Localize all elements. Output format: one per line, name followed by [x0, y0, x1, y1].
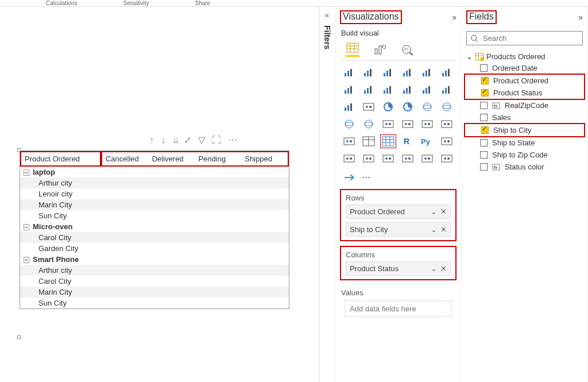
field-well[interactable]: Product Ordered ⌄ ✕ [346, 204, 451, 219]
viz-table-icon[interactable] [361, 134, 377, 148]
viz-area-icon[interactable] [361, 83, 377, 97]
viz-r-icon[interactable]: R [400, 134, 416, 148]
viz-stacked-col-icon[interactable] [380, 65, 396, 79]
field-item[interactable]: Ship to State [464, 137, 585, 149]
viz-filled-map-icon[interactable] [341, 117, 357, 131]
checkbox[interactable] [480, 139, 488, 146]
checkbox[interactable] [481, 77, 489, 84]
collapse-icon[interactable]: − [24, 169, 29, 176]
collapse-icon[interactable]: − [24, 224, 29, 230]
viz-clustered-bar-icon[interactable] [361, 65, 377, 79]
matrix-visual[interactable]: Product OrderedCancelledDeliveredPending… [20, 151, 289, 309]
viz-gauge-icon[interactable] [380, 117, 396, 131]
more-icon[interactable]: ··· [362, 171, 370, 183]
drill-up-icon[interactable]: ↑ [149, 135, 154, 145]
group-row[interactable]: −laptop [20, 167, 289, 178]
viz-matrix-icon[interactable] [380, 134, 396, 148]
drill-down-icon[interactable]: ↓ [161, 135, 165, 145]
build-tab-icon[interactable] [346, 42, 359, 57]
col-header[interactable]: Delivered [149, 152, 195, 165]
chevron-down-icon[interactable]: ⌄ [431, 225, 437, 234]
filter-icon[interactable]: ▽ [198, 134, 205, 145]
field-item[interactable]: Sales [464, 111, 585, 124]
group-row[interactable]: −Smart Phone [20, 254, 289, 265]
group-row[interactable]: −Micro-oven [20, 221, 289, 232]
viz-azure-map-icon[interactable] [361, 117, 377, 131]
search-input[interactable] [482, 33, 581, 43]
checkbox[interactable] [480, 163, 488, 171]
checkbox[interactable] [480, 64, 488, 72]
field-well[interactable]: Product Status ⌄ ✕ [346, 261, 451, 276]
viz-line-icon[interactable] [341, 83, 357, 97]
viz-card-icon[interactable] [400, 117, 416, 131]
viz-clustered-col-line-icon[interactable] [439, 65, 455, 79]
viz-stacked-area-icon[interactable] [380, 83, 396, 97]
viz-slicer-icon[interactable] [341, 134, 357, 148]
row-header[interactable]: Product Ordered [20, 151, 101, 167]
child-row[interactable]: Arthur city [20, 178, 289, 188]
expand-down-icon[interactable]: ↓↓ [172, 135, 177, 145]
viz-paginated-icon[interactable] [400, 152, 416, 165]
collapse-icon[interactable]: − [24, 257, 29, 263]
viz-waterfall-icon[interactable] [439, 83, 455, 97]
report-canvas[interactable]: ↑ ↓ ↓↓ ⤢ ▽ ⛶ ⋯ Product OrderedCancelledD… [0, 7, 319, 382]
filters-pane-collapsed[interactable]: « Filters [319, 7, 335, 382]
fields-search[interactable] [466, 31, 583, 45]
analytics-tab-icon[interactable] [401, 43, 415, 56]
get-more-visuals-icon[interactable] [343, 172, 356, 183]
focus-icon[interactable]: ⛶ [212, 135, 221, 145]
more-icon[interactable]: ⋯ [228, 134, 237, 145]
viz-pie-icon[interactable] [380, 100, 396, 114]
col-header[interactable]: Shipped [241, 152, 288, 165]
checkbox[interactable] [481, 89, 489, 97]
field-item[interactable]: Product Status [465, 87, 584, 99]
resize-handle[interactable] [17, 335, 21, 339]
child-row[interactable]: Garden City [20, 243, 289, 254]
field-well[interactable]: Ship to City ⌄ ✕ [346, 222, 451, 237]
viz-key-influencer-icon[interactable] [439, 134, 455, 148]
viz-qa-icon[interactable] [361, 152, 377, 165]
collapse-icon[interactable]: « [325, 10, 330, 20]
field-item[interactable]: Product Ordered [465, 75, 584, 87]
viz-stacked-bar-100-icon[interactable] [419, 65, 435, 79]
viz-scatter-icon[interactable] [361, 100, 377, 114]
field-item[interactable]: Ordered Date [464, 62, 585, 74]
viz-line-col-icon[interactable] [400, 83, 416, 97]
viz-narrative-icon[interactable] [380, 152, 396, 165]
col-header[interactable]: Pending [195, 152, 241, 165]
remove-icon[interactable]: ✕ [440, 207, 447, 216]
viz-stacked-bar-icon[interactable] [341, 65, 357, 79]
child-row[interactable]: Marin City [20, 287, 289, 298]
child-row[interactable]: Lenoir city [20, 188, 289, 199]
viz-py-icon[interactable]: Py [419, 134, 435, 148]
child-row[interactable]: Arthur city [20, 265, 289, 276]
chevron-down-icon[interactable]: ⌄ [431, 207, 437, 216]
viz-clustered-col-icon[interactable] [400, 65, 416, 79]
child-row[interactable]: Sun City [20, 298, 289, 308]
expand-all-icon[interactable]: ⤢ [184, 134, 191, 145]
remove-icon[interactable]: ✕ [440, 225, 447, 234]
field-item[interactable]: fx Status color [464, 161, 585, 173]
chevron-down-icon[interactable]: ⌄ [431, 264, 437, 273]
col-header[interactable]: Cancelled [102, 152, 149, 165]
viz-funnel-icon[interactable] [341, 100, 357, 114]
checkbox[interactable] [481, 126, 489, 134]
checkbox[interactable] [480, 114, 488, 121]
viz-power-apps-icon[interactable] [419, 152, 435, 165]
viz-treemap-icon[interactable] [419, 100, 435, 114]
resize-handle[interactable] [17, 148, 21, 152]
viz-power-automate-icon[interactable] [439, 152, 455, 165]
field-item[interactable]: Ship to Zip Code [464, 149, 585, 161]
viz-multi-card-icon[interactable] [419, 117, 435, 131]
viz-ribbon-icon[interactable] [419, 83, 435, 97]
format-tab-icon[interactable] [373, 43, 387, 56]
field-item[interactable]: fx RealZipCode [464, 99, 585, 111]
expand-icon[interactable]: » [452, 13, 457, 22]
table-node[interactable]: ⌄ Products Ordered [464, 51, 585, 62]
field-item[interactable]: Ship to City [465, 124, 584, 136]
viz-donut-icon[interactable] [400, 100, 416, 114]
values-dropzone[interactable]: Add data fields here [345, 300, 452, 317]
child-row[interactable]: Marin City [20, 199, 289, 210]
checkbox[interactable] [480, 151, 488, 159]
child-row[interactable]: Carol City [20, 276, 289, 287]
